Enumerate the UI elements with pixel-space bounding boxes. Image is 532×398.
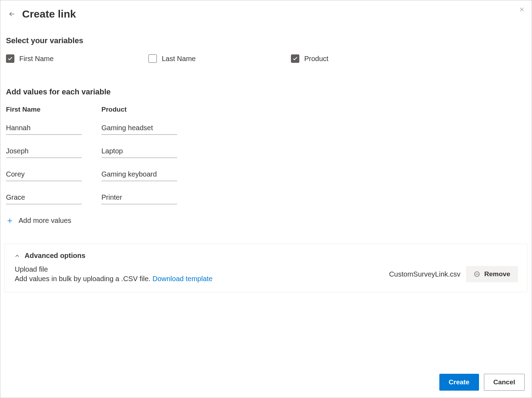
remove-label: Remove <box>484 270 510 278</box>
values-table: First Name Product Add more values <box>6 106 526 225</box>
checkmark-icon <box>7 56 13 61</box>
first-name-input[interactable] <box>6 124 82 135</box>
column-header-product: Product <box>101 106 177 113</box>
product-input[interactable] <box>101 170 177 181</box>
variable-label: Product <box>304 55 328 63</box>
table-header-row: First Name Product <box>6 106 526 113</box>
add-values-heading: Add values for each variable <box>6 87 526 97</box>
arrow-left-icon <box>8 10 16 18</box>
upload-file-label: Upload file <box>15 265 389 273</box>
advanced-options-panel: Advanced options Upload file Add values … <box>5 244 527 292</box>
footer-actions: Create Cancel <box>439 374 525 391</box>
first-name-input[interactable] <box>6 170 82 181</box>
uploaded-file-name: CustomSurveyLink.csv <box>389 270 460 278</box>
checkbox-product[interactable] <box>291 54 299 63</box>
checkmark-icon <box>292 56 298 61</box>
plus-icon <box>6 217 14 225</box>
page-title: Create link <box>22 8 526 20</box>
close-icon <box>518 6 525 13</box>
back-button[interactable] <box>6 8 18 20</box>
variable-last-name[interactable]: Last Name <box>148 54 291 63</box>
column-header-first-name: First Name <box>6 106 82 113</box>
variable-first-name[interactable]: First Name <box>6 54 148 63</box>
variable-label: Last Name <box>162 55 196 63</box>
advanced-options-toggle[interactable]: Advanced options <box>14 252 518 260</box>
download-template-link[interactable]: Download template <box>152 275 212 283</box>
product-input[interactable] <box>101 147 177 158</box>
create-button[interactable]: Create <box>439 374 479 391</box>
close-button[interactable] <box>517 5 527 14</box>
first-name-input[interactable] <box>6 193 82 204</box>
add-more-label: Add more values <box>19 217 71 225</box>
cancel-button[interactable]: Cancel <box>484 374 525 391</box>
remove-icon <box>474 271 480 277</box>
first-name-input[interactable] <box>6 147 82 158</box>
remove-file-button[interactable]: Remove <box>466 266 518 282</box>
upload-desc-text: Add values in bulk by uploading a .CSV f… <box>15 275 152 283</box>
select-variables-heading: Select your variables <box>6 36 526 45</box>
product-input[interactable] <box>101 193 177 204</box>
table-row <box>6 193 526 204</box>
chevron-up-icon <box>14 253 20 259</box>
checkbox-first-name[interactable] <box>6 54 14 63</box>
product-input[interactable] <box>101 124 177 135</box>
variable-label: First Name <box>19 55 54 63</box>
variable-product[interactable]: Product <box>291 54 433 63</box>
table-row <box>6 147 526 158</box>
add-more-values-button[interactable]: Add more values <box>6 217 526 225</box>
advanced-options-title: Advanced options <box>25 252 85 260</box>
variables-row: First Name Last Name Product <box>6 54 526 63</box>
table-row <box>6 124 526 135</box>
checkbox-last-name[interactable] <box>148 54 157 63</box>
table-row <box>6 170 526 181</box>
upload-file-description: Add values in bulk by uploading a .CSV f… <box>15 275 389 283</box>
